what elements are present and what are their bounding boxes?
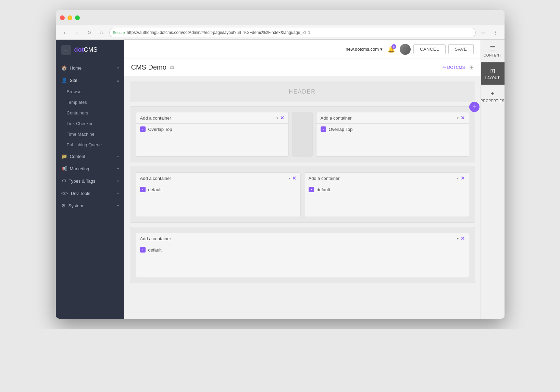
reload-button[interactable]: ↻ — [85, 28, 94, 37]
marketing-icon: 📢 — [61, 166, 67, 171]
container-item-3-1: ▪ default — [136, 244, 469, 255]
container-dropdown-icon-3-1[interactable]: ▾ — [457, 237, 459, 241]
toolbar-left: new.dotcms.com ▾ 🔔 8 — [131, 44, 411, 55]
container-dropdown-icon-1-2[interactable]: ▾ — [457, 116, 459, 120]
right-panel-content-label: CONTENT — [484, 53, 501, 57]
row-2-cols: Add a container ▾ ✕ ▪ default — [136, 172, 469, 217]
close-button[interactable] — [60, 15, 65, 20]
sidebar: ← dotCMS 🏠 Home ▾ 👤 Site ▴ Browser — [56, 40, 124, 319]
logo: dotCMS — [74, 46, 98, 53]
minimize-button[interactable] — [67, 15, 72, 20]
avatar[interactable] — [400, 44, 411, 55]
traffic-lights — [60, 15, 80, 20]
container-close-1-1[interactable]: ✕ — [280, 115, 284, 121]
header-label: HEADER — [289, 89, 316, 95]
col-2-2: Add a container ▾ ✕ ▪ default — [304, 172, 469, 217]
container-header-3-1: Add a container ▾ ✕ — [136, 233, 469, 244]
sidebar-item-dev-tools[interactable]: </> Dev Tools ▾ — [56, 187, 124, 199]
item-label-1-1: Overlap Top — [148, 127, 172, 132]
url-text: https://authoring5.dotcms.com/dotAdmin/#… — [127, 30, 310, 35]
sidebar-item-templates-label: Templates — [67, 100, 87, 105]
right-panel-content[interactable]: ☰ CONTENT — [481, 40, 505, 62]
cancel-button[interactable]: CANCEL — [413, 44, 446, 54]
item-icon-2-1: ▪ — [140, 187, 146, 192]
content-arrow-icon: ▾ — [117, 155, 119, 158]
item-icon-1-2: ▪ — [321, 126, 326, 132]
back-button[interactable]: ‹ — [60, 28, 70, 37]
sidebar-item-publishing-queue[interactable]: Publishing Queue — [56, 139, 124, 150]
sidebar-item-types-tags-label: Types & Tags — [69, 179, 96, 184]
item-label-2-2: default — [317, 187, 330, 192]
page-title: CMS Demo — [131, 63, 166, 71]
maximize-button[interactable] — [75, 15, 80, 20]
sidebar-item-publishing-queue-label: Publishing Queue — [67, 142, 102, 147]
instance-area: new.dotcms.com ▾ 🔔 8 — [131, 44, 411, 55]
titlebar — [56, 10, 505, 25]
right-panel-properties-label: PROPERTIES — [481, 99, 504, 103]
sidebar-item-containers[interactable]: Containers — [56, 108, 124, 118]
sidebar-item-time-machine-label: Time Machine — [67, 132, 95, 137]
sidebar-item-content[interactable]: 📁 Content ▾ — [56, 150, 124, 162]
content-panel-icon: ☰ — [490, 45, 495, 52]
container-item-1-1: ▪ Overlap Top — [136, 124, 288, 135]
row-1-cols: Add a container ▾ ✕ ▪ Overlap Top — [136, 112, 469, 157]
sidebar-item-time-machine[interactable]: Time Machine — [56, 129, 124, 139]
sidebar-item-content-label: Content — [70, 154, 86, 159]
copy-icon[interactable]: ⧉ — [170, 64, 174, 71]
sidebar-item-templates[interactable]: Templates — [56, 97, 124, 108]
container-label-2-1: Add a container — [140, 176, 286, 181]
layout-row-1: + Add a container ▾ ✕ ▪ — [130, 106, 475, 162]
marketing-arrow-icon: ▾ — [117, 167, 119, 171]
system-arrow-icon: ▾ — [117, 204, 119, 208]
sidebar-item-marketing[interactable]: 📢 Marketing ▾ — [56, 162, 124, 175]
container-close-3-1[interactable]: ✕ — [461, 236, 465, 241]
sidebar-item-link-checker[interactable]: Link Checker — [56, 118, 124, 129]
container-header-2-1: Add a container ▾ ✕ — [136, 173, 300, 184]
container-close-1-2[interactable]: ✕ — [461, 115, 465, 121]
bookmark-button[interactable]: ☆ — [478, 28, 488, 37]
sidebar-item-browser-label: Browser — [67, 89, 83, 94]
layout-canvas: HEADER + Add a container ▾ ✕ — [124, 76, 481, 319]
sidebar-item-system[interactable]: ⚙ System ▾ — [56, 199, 124, 212]
sidebar-item-home[interactable]: 🏠 Home ▾ — [56, 62, 124, 74]
right-panel-properties[interactable]: + PROPERTIES — [478, 85, 504, 108]
home-button[interactable]: ⌂ — [97, 28, 107, 37]
forward-button[interactable]: › — [72, 28, 82, 37]
sidebar-item-types-tags[interactable]: 🏷 Types & Tags ▾ — [56, 175, 124, 187]
sidebar-item-marketing-label: Marketing — [70, 166, 89, 171]
menu-button[interactable]: ⋮ — [491, 28, 500, 37]
instance-selector[interactable]: new.dotcms.com ▾ — [346, 47, 383, 52]
item-label-3-1: default — [148, 247, 162, 253]
sidebar-item-dev-tools-label: Dev Tools — [71, 191, 90, 196]
page-titlebar: CMS Demo ⧉ ✏ DOTCMS ⊞ — [124, 59, 481, 76]
app-body: ← dotCMS 🏠 Home ▾ 👤 Site ▴ Browser — [56, 40, 505, 319]
sidebar-item-browser[interactable]: Browser — [56, 86, 124, 97]
browser-bar: ‹ › ↻ ⌂ Secure https://authoring5.dotcms… — [56, 25, 505, 40]
sidebar-item-site-label: Site — [70, 78, 77, 83]
sidebar-back-button[interactable]: ← — [61, 45, 71, 55]
layout-panel-icon: ⊞ — [490, 67, 495, 75]
site-arrow-icon: ▴ — [117, 78, 119, 82]
add-row-button-1[interactable]: + — [469, 102, 480, 112]
save-button[interactable]: SAVE — [448, 44, 474, 54]
container-label-3-1: Add a container — [140, 236, 455, 241]
container-label-2-2: Add a container — [309, 176, 455, 181]
container-dropdown-icon-2-1[interactable]: ▾ — [288, 176, 290, 180]
secure-badge: Secure — [113, 30, 125, 35]
container-dropdown-icon-2-2[interactable]: ▾ — [457, 176, 459, 180]
notification-bell[interactable]: 🔔 8 — [386, 44, 396, 54]
right-panel-layout[interactable]: ⊞ LAYOUT — [481, 62, 505, 85]
container-close-2-2[interactable]: ✕ — [461, 175, 465, 181]
container-dropdown-icon-1-1[interactable]: ▾ — [276, 116, 278, 120]
sidebar-item-containers-label: Containers — [67, 110, 88, 115]
item-icon-1-1: ▪ — [140, 126, 146, 132]
sidebar-item-link-checker-label: Link Checker — [67, 121, 93, 126]
layout-row-2: Add a container ▾ ✕ ▪ default — [130, 167, 475, 223]
item-icon-3-1: ▪ — [140, 247, 146, 253]
sidebar-item-site[interactable]: 👤 Site ▴ — [56, 74, 124, 86]
grid-icon[interactable]: ⊞ — [469, 64, 474, 71]
container-close-2-1[interactable]: ✕ — [292, 175, 296, 181]
address-bar[interactable]: Secure https://authoring5.dotcms.com/dot… — [109, 28, 476, 37]
system-icon: ⚙ — [61, 203, 66, 208]
types-tags-arrow-icon: ▾ — [117, 179, 119, 183]
